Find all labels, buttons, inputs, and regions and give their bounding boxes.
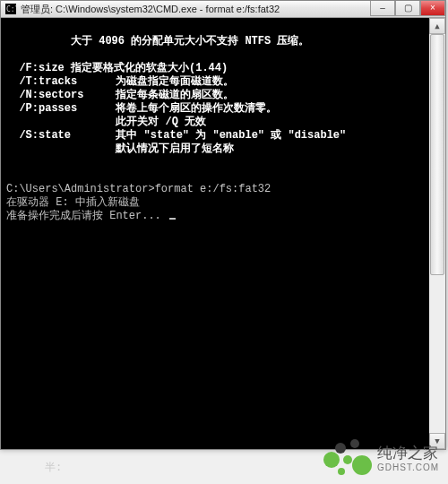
chevron-up-icon: ▲	[435, 22, 439, 30]
window-title: 管理员: C:\Windows\system32\CMD.exe - forma…	[21, 3, 370, 16]
console-line: /T:tracks 为磁盘指定每面磁道数。	[6, 75, 234, 88]
window-controls: – ▢ ×	[370, 1, 445, 17]
console-line: /P:passes 将卷上每个扇区的操作次数清零。	[6, 102, 277, 115]
scroll-up-button[interactable]: ▲	[429, 18, 445, 34]
close-button[interactable]: ×	[420, 1, 445, 16]
console-line: 在驱动器 E: 中插入新磁盘	[6, 196, 140, 209]
cmd-window: C:\ 管理员: C:\Windows\system32\CMD.exe - f…	[0, 0, 446, 450]
console-line: 默认情况下启用了短名称	[6, 143, 234, 155]
watermark: 纯净之家 GDHST.COM	[322, 439, 439, 479]
maximize-icon: ▢	[404, 4, 412, 13]
text-cursor	[169, 218, 176, 220]
console-line: 此开关对 /Q 无效	[6, 116, 206, 128]
console-line: /F:size 指定要格式化的软盘大小(1.44)	[6, 62, 228, 74]
console-prompt-line: C:\Users\Administrator>format e:/fs:fat3…	[6, 183, 271, 195]
svg-text:C:\: C:\	[6, 5, 16, 13]
console-line: /S:state 其中 "state" 为 "enable" 或 "disabl…	[6, 129, 346, 142]
scrollbar-thumb[interactable]	[430, 34, 444, 275]
minimize-button[interactable]: –	[370, 1, 395, 16]
background-caption: 半:	[45, 460, 62, 475]
cmd-icon: C:\	[4, 3, 17, 15]
watermark-en: GDHST.COM	[377, 462, 439, 472]
minimize-icon: –	[380, 4, 385, 13]
console-line: 准备操作完成后请按 Enter...	[6, 210, 168, 222]
console-line: /N:sectors 指定每条磁道的扇区数。	[6, 89, 234, 101]
watermark-cn: 纯净之家	[377, 445, 439, 462]
scrollbar-track[interactable]	[429, 34, 445, 433]
watermark-text: 纯净之家 GDHST.COM	[377, 445, 439, 472]
title-bar[interactable]: C:\ 管理员: C:\Windows\system32\CMD.exe - f…	[1, 1, 445, 18]
maximize-button[interactable]: ▢	[395, 1, 420, 16]
close-icon: ×	[430, 4, 435, 13]
vertical-scrollbar[interactable]: ▲ ▼	[429, 18, 445, 449]
console-line: 大于 4096 的分配单元大小不支持 NTFS 压缩。	[6, 35, 309, 48]
console-output[interactable]: 大于 4096 的分配单元大小不支持 NTFS 压缩。 /F:size 指定要格…	[1, 18, 429, 449]
watermark-logo-icon	[322, 439, 372, 479]
